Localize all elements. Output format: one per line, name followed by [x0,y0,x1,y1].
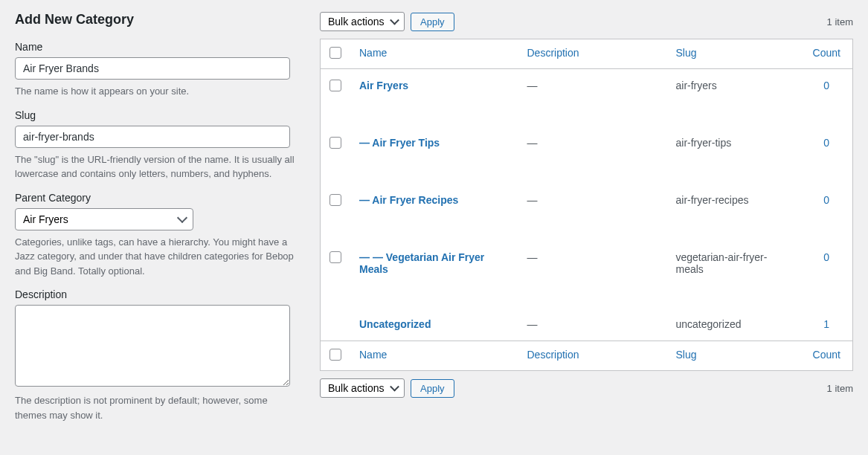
parent-help: Categories, unlike tags, can have a hier… [15,235,298,279]
col-footer-count[interactable]: Count [801,341,853,371]
table-row: — Air Fryer Tips — air-fryer-tips 0 [321,126,853,184]
category-link[interactable]: Uncategorized [359,318,431,330]
table-row: Uncategorized — uncategorized 1 [321,308,853,341]
row-checkbox[interactable] [329,137,341,149]
table-row: Air Fryers — air-fryers 0 [321,69,853,127]
row-checkbox[interactable] [329,194,341,206]
row-slug: air-fryer-tips [667,126,801,184]
parent-select[interactable]: Air Fryers [15,208,193,230]
category-link[interactable]: Air Fryers [359,80,408,91]
col-footer-description[interactable]: Description [518,341,667,371]
row-slug: vegetarian-air-fryer-meals [667,241,801,308]
form-title: Add New Category [15,12,298,28]
row-checkbox[interactable] [329,80,341,91]
select-all-bottom[interactable] [329,349,341,361]
row-count[interactable]: 0 [801,69,853,127]
item-count-top: 1 item [827,16,853,28]
table-row: — Air Fryer Recipes — air-fryer-recipes … [321,184,853,241]
parent-label: Parent Category [15,192,298,204]
row-count[interactable]: 0 [801,126,853,184]
apply-button-bottom[interactable]: Apply [411,379,454,398]
table-row: — — Vegetarian Air Fryer Meals — vegetar… [321,241,853,308]
slug-input[interactable] [15,126,290,148]
name-label: Name [15,41,298,53]
row-slug: air-fryer-recipes [667,184,801,241]
name-help: The name is how it appears on your site. [15,84,298,99]
row-desc: — [518,126,667,184]
slug-help: The "slug" is the URL-friendly version o… [15,152,298,181]
col-header-description[interactable]: Description [518,39,667,69]
desc-help: The description is not prominent by defa… [15,393,298,422]
item-count-bottom: 1 item [827,383,853,394]
category-link[interactable]: — Air Fryer Tips [359,137,440,149]
slug-label: Slug [15,109,298,121]
col-header-count[interactable]: Count [801,39,853,69]
name-input[interactable] [15,57,290,80]
row-desc: — [518,69,667,127]
desc-input[interactable] [15,305,290,387]
col-footer-slug[interactable]: Slug [667,341,801,371]
category-link[interactable]: — Air Fryer Recipes [359,194,458,206]
row-slug: air-fryers [667,69,801,127]
select-all-top[interactable] [329,47,341,59]
categories-table: Name Description Slug Count Air Fryers —… [320,39,853,371]
apply-button-top[interactable]: Apply [411,13,454,31]
desc-label: Description [15,288,298,300]
row-count[interactable]: 1 [801,308,853,341]
row-count[interactable]: 0 [801,184,853,241]
row-count[interactable]: 0 [801,241,853,308]
category-link[interactable]: — — Vegetarian Air Fryer Meals [359,251,484,275]
col-header-name[interactable]: Name [350,39,518,69]
row-slug: uncategorized [667,308,801,341]
row-desc: — [518,308,667,341]
row-desc: — [518,184,667,241]
row-desc: — [518,241,667,308]
col-footer-name[interactable]: Name [350,341,518,371]
row-checkbox[interactable] [329,251,341,263]
bulk-actions-select-bottom[interactable]: Bulk actions [320,378,405,398]
col-header-slug[interactable]: Slug [667,39,801,69]
bulk-actions-select-top[interactable]: Bulk actions [320,12,405,31]
